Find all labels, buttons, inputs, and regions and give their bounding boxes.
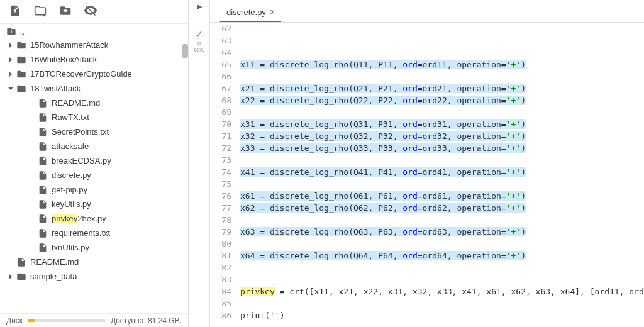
file-label: privkey2hex.py (52, 214, 106, 223)
line-source: x11 = discrete_log_rho(Q11, P11, ord=ord… (238, 58, 644, 70)
code-line[interactable]: 74x41 = discrete_log_rho(Q41, P41, ord=o… (210, 166, 644, 178)
file-label: requirements.txt (52, 228, 110, 238)
file-row[interactable]: README.md (3, 96, 187, 110)
folder-row[interactable]: 17BTCRecoverCryptoGuide (3, 67, 187, 81)
line-number: 66 (210, 70, 238, 82)
editor-pane: discrete.py × 62636465x11 = discrete_log… (210, 0, 644, 327)
file-row[interactable]: breakECDSA.py (3, 153, 187, 168)
upload-icon[interactable] (9, 4, 21, 19)
line-source (238, 47, 644, 58)
line-number: 74 (210, 166, 238, 178)
line-number: 83 (210, 274, 238, 285)
code-line[interactable]: 78 (210, 214, 644, 226)
mount-drive-icon[interactable] (59, 4, 72, 19)
line-number: 64 (210, 47, 238, 58)
code-line[interactable]: 67x21 = discrete_log_rho(Q21, P21, ord=o… (210, 82, 644, 94)
line-source (238, 178, 644, 190)
code-line[interactable]: 82 (210, 262, 644, 274)
disk-footer: Диск Доступно: 81.24 GB. (0, 313, 188, 327)
disk-label: Диск (6, 316, 23, 325)
file-row[interactable]: attacksafe (3, 139, 187, 153)
line-number: 80 (210, 238, 238, 250)
code-line[interactable]: 80 (210, 238, 644, 250)
code-line[interactable]: 81x64 = discrete_log_rho(Q64, P64, ord=o… (210, 250, 644, 262)
line-source (238, 262, 644, 274)
code-line[interactable]: 66 (210, 70, 644, 82)
code-line[interactable]: 62 (210, 23, 644, 35)
code-line[interactable]: 79x63 = discrete_log_rho(Q63, P63, ord=o… (210, 226, 644, 238)
file-browser-sidebar: .. 15RowhammerAttack16WhiteBoxAttack17BT… (0, 0, 189, 327)
line-source (238, 238, 644, 250)
parent-dir-row[interactable]: .. (0, 24, 188, 38)
line-number: 79 (210, 226, 238, 238)
file-row[interactable]: txnUtils.py (3, 240, 187, 255)
code-line[interactable]: 84privkey = crt([x11, x21, x22, x31, x32… (210, 285, 644, 297)
code-line[interactable]: 76x61 = discrete_log_rho(Q61, P61, ord=o… (210, 190, 644, 202)
code-line[interactable]: 63 (210, 35, 644, 47)
line-number: 62 (210, 23, 238, 35)
code-line[interactable]: 68x22 = discrete_log_rho(Q22, P22, ord=o… (210, 94, 644, 106)
line-source: x33 = discrete_log_rho(Q33, P33, ord=ord… (238, 142, 644, 154)
code-area[interactable]: 62636465x11 = discrete_log_rho(Q11, P11,… (210, 23, 644, 327)
folder-label: 16WhiteBoxAttack (30, 55, 97, 64)
file-label: RawTX.txt (52, 113, 89, 122)
file-row[interactable]: discrete.py (3, 168, 187, 182)
file-row[interactable]: privkey2hex.py (3, 211, 187, 226)
line-number: 65 (210, 58, 238, 70)
tree-scrollbar[interactable] (182, 44, 188, 58)
visibility-off-icon[interactable] (84, 4, 97, 19)
code-line[interactable]: 73 (210, 154, 644, 166)
disk-usage-bar (28, 319, 106, 322)
line-number: 71 (210, 130, 238, 142)
file-row[interactable]: requirements.txt (3, 226, 187, 240)
code-line[interactable]: 71x32 = discrete_log_rho(Q32, P32, ord=o… (210, 130, 644, 142)
file-label: discrete.py (52, 170, 91, 180)
line-source: x63 = discrete_log_rho(Q63, P63, ord=ord… (238, 226, 644, 238)
code-line[interactable]: 65x11 = discrete_log_rho(Q11, P11, ord=o… (210, 58, 644, 70)
line-source (238, 35, 644, 47)
disk-available: Доступно: 81.24 GB. (111, 316, 182, 325)
line-number: 84 (210, 285, 238, 297)
folder-row-open[interactable]: 18TwistAttack (3, 81, 187, 96)
line-source (238, 274, 644, 285)
close-icon[interactable]: × (270, 7, 275, 17)
parent-dir-label: .. (20, 27, 25, 36)
folder-row[interactable]: 15RowhammerAttack (3, 38, 187, 52)
code-line[interactable]: 77x62 = discrete_log_rho(Q62, P62, ord=o… (210, 202, 644, 214)
code-line[interactable]: 86print('') (210, 309, 644, 321)
folder-label: 18TwistAttack (30, 84, 80, 93)
line-source: print('') (238, 309, 644, 321)
tab-bar: discrete.py × (210, 0, 644, 23)
folder-up-icon (6, 26, 16, 36)
line-number: 67 (210, 82, 238, 94)
file-row[interactable]: RawTX.txt (3, 110, 187, 125)
code-line[interactable]: 70x31 = discrete_log_rho(Q31, P31, ord=o… (210, 118, 644, 130)
file-row[interactable]: keyUtils.py (3, 197, 187, 211)
line-number: 75 (210, 178, 238, 190)
code-line[interactable]: 85 (210, 297, 644, 309)
line-source (238, 154, 644, 166)
file-row[interactable]: README.md (3, 255, 187, 269)
file-label: README.md (52, 98, 100, 108)
code-line[interactable]: 83 (210, 274, 644, 285)
line-source (238, 214, 644, 226)
collapse-caret-icon[interactable]: ▶ (197, 3, 202, 11)
file-row[interactable]: get-pip.py (3, 182, 187, 197)
line-number: 68 (210, 94, 238, 106)
folder-label: 17BTCRecoverCryptoGuide (30, 69, 132, 79)
new-folder-icon[interactable] (34, 4, 47, 19)
line-source (238, 297, 644, 309)
file-label: README.md (30, 257, 79, 267)
file-row[interactable]: SecretPoints.txt (3, 125, 187, 139)
code-line[interactable]: 64 (210, 47, 644, 58)
code-line[interactable]: 69 (210, 106, 644, 118)
code-line[interactable]: 75 (210, 178, 644, 190)
folder-row[interactable]: sample_data (3, 269, 187, 284)
tab-discrete-py[interactable]: discrete.py × (220, 3, 281, 22)
code-line[interactable]: 72x33 = discrete_log_rho(Q33, P33, ord=o… (210, 142, 644, 154)
folder-row[interactable]: 16WhiteBoxAttack (3, 52, 187, 67)
line-number: 73 (210, 154, 238, 166)
line-number: 70 (210, 118, 238, 130)
exec-count: 0 (197, 40, 201, 47)
line-number: 81 (210, 250, 238, 262)
